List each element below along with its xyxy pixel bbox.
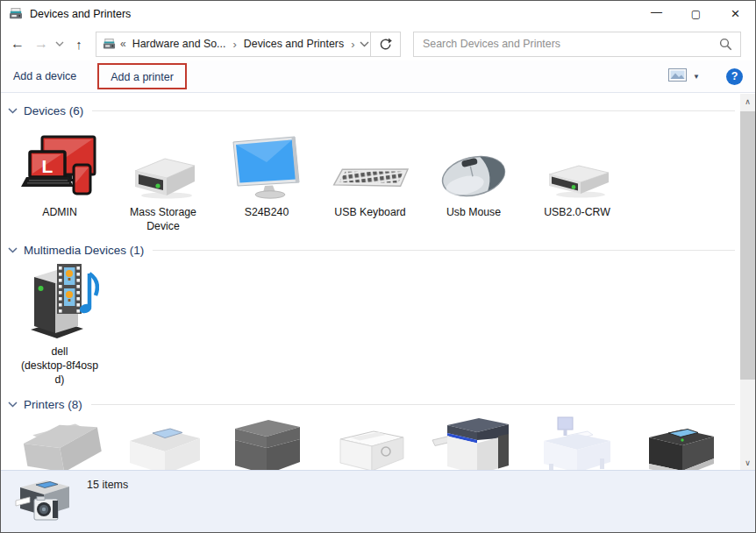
breadcrumb-separator[interactable]: › (227, 38, 241, 51)
history-dropdown-icon[interactable] (52, 31, 68, 57)
printer-icon-white-laser (325, 416, 416, 470)
thumbnail-view-icon (668, 68, 687, 85)
items-count-label: 15 items (87, 479, 128, 491)
chevron-down-icon (8, 108, 18, 114)
device-label: dell (desktop-8f4osp d) (21, 345, 98, 387)
content-area: Devices (6) L (1, 94, 755, 470)
printers-row (8, 416, 740, 470)
scroll-down-icon[interactable]: ∨ (740, 455, 755, 470)
address-bar[interactable]: « Hardware and So... › Devices and Print… (96, 32, 371, 57)
card-reader-drive-icon (538, 122, 616, 203)
printer-icon-virtual-faded (531, 416, 623, 470)
search-box[interactable] (413, 32, 741, 57)
view-options-caret-icon: ▼ (693, 73, 700, 81)
breadcrumb-separator[interactable]: › (346, 38, 360, 51)
navigation-bar: ← → ↑ « Hardware and So... › Devices and… (1, 27, 755, 60)
refresh-button[interactable] (371, 32, 401, 57)
section-divider (92, 110, 735, 111)
printer-tile[interactable] (525, 416, 629, 470)
device-tile-monitor[interactable]: S24B240 (215, 122, 318, 233)
maximize-button[interactable]: ▢ (676, 1, 716, 27)
section-divider (153, 250, 735, 251)
help-button[interactable]: ? (726, 68, 743, 85)
printer-icon-inkjet-faded (14, 416, 105, 470)
monitor-icon (226, 122, 307, 203)
media-tower-icon (20, 261, 99, 342)
printer-tile[interactable] (215, 416, 318, 470)
scroll-up-icon[interactable]: ∧ (740, 94, 755, 109)
back-button[interactable]: ← (4, 31, 31, 57)
add-printer-highlight-box: Add a printer (97, 63, 187, 89)
section-label-printers: Printers (8) (24, 398, 82, 411)
printer-icon-laser-screen-faded (118, 416, 209, 470)
add-printer-button[interactable]: Add a printer (111, 71, 174, 83)
breadcrumb-item-devices-and-printers[interactable]: Devices and Printers (242, 38, 346, 50)
chevron-down-icon (8, 402, 18, 408)
breadcrumb-overflow-chevrons[interactable]: « (120, 38, 126, 50)
search-icon[interactable] (719, 38, 732, 51)
search-input[interactable] (414, 38, 719, 50)
printer-app-icon (9, 7, 23, 21)
close-button[interactable]: × (716, 1, 755, 27)
mass-storage-drive-icon (125, 122, 202, 203)
title-bar: Devices and Printers — ▢ × (1, 1, 755, 27)
section-header-printers[interactable]: Printers (8) (8, 395, 735, 415)
multimedia-row: dell (desktop-8f4osp d) (8, 261, 740, 387)
section-label-devices: Devices (6) (24, 104, 83, 117)
device-tile-admin[interactable]: L ADMIN (8, 122, 111, 233)
device-label: S24B240 (245, 206, 289, 220)
printer-tile[interactable] (111, 416, 215, 470)
device-tile-card-reader[interactable]: USB2.0-CRW (525, 122, 629, 233)
status-bar: 15 items (1, 470, 755, 532)
device-label: Mass Storage Device (114, 206, 212, 233)
printer-tile[interactable] (629, 416, 732, 470)
forward-button[interactable]: → (31, 31, 52, 57)
printer-tile[interactable] (8, 416, 111, 470)
printer-icon-copier (428, 416, 519, 470)
scrollbar-thumb[interactable] (740, 111, 755, 380)
device-tile-dell-media[interactable]: dell (desktop-8f4osp d) (8, 261, 111, 387)
keyboard-icon (330, 122, 410, 203)
printer-tile[interactable] (318, 416, 422, 470)
vertical-scrollbar[interactable]: ∧ ∨ (740, 94, 755, 470)
printer-camera-icon (15, 474, 75, 532)
computer-admin-icon: L (21, 122, 98, 203)
device-label: ADMIN (42, 206, 77, 220)
device-label: USB2.0-CRW (544, 206, 610, 220)
printer-tile[interactable] (422, 416, 525, 470)
section-label-multimedia: Multimedia Devices (1) (24, 244, 144, 257)
address-location-icon (103, 38, 116, 51)
mouse-icon (433, 122, 514, 203)
window-title: Devices and Printers (30, 8, 637, 20)
view-options-button[interactable]: ▼ (663, 65, 705, 89)
printer-icon-dark-screen (635, 416, 726, 470)
breadcrumb-item-hardware-and-sound[interactable]: Hardware and So... (131, 38, 228, 50)
up-button[interactable]: ↑ (68, 31, 90, 57)
device-tile-mouse[interactable]: Usb Mouse (422, 122, 525, 233)
device-label: Usb Mouse (446, 206, 501, 220)
device-label: USB Keyboard (334, 206, 405, 220)
section-header-multimedia[interactable]: Multimedia Devices (1) (8, 240, 735, 259)
add-device-button[interactable]: Add a device (13, 70, 76, 82)
devices-and-printers-window: Devices and Printers — ▢ × ← → ↑ « Hardw… (0, 0, 756, 533)
device-tile-keyboard[interactable]: USB Keyboard (318, 122, 422, 233)
minimize-button[interactable]: — (637, 1, 676, 27)
section-divider (91, 404, 735, 405)
chevron-down-icon (8, 247, 18, 253)
command-toolbar: Add a device Add a printer ▼ ? (1, 60, 755, 93)
devices-row: L ADMIN (8, 122, 740, 233)
printer-icon-dark-mfp (221, 416, 312, 470)
svg-text:L: L (42, 156, 53, 176)
device-tile-mass-storage[interactable]: Mass Storage Device (111, 122, 215, 233)
section-header-devices[interactable]: Devices (6) (8, 101, 735, 120)
